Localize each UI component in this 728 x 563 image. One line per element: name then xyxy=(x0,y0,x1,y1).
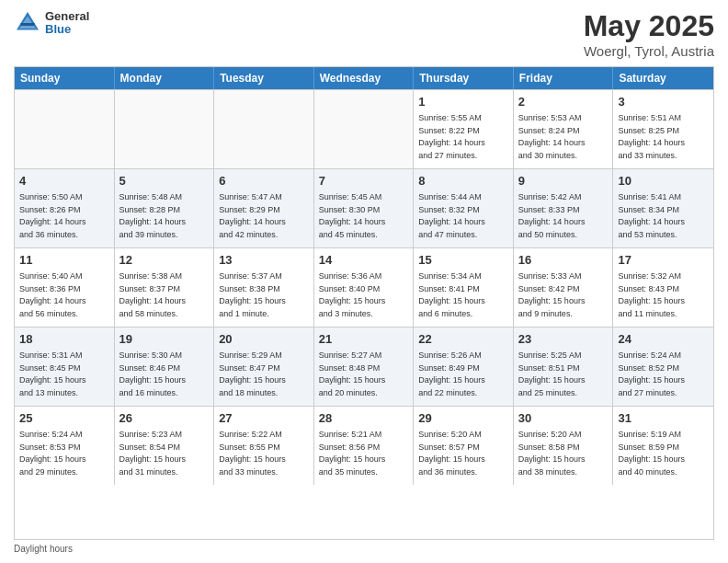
day-cell-23: 23Sunrise: 5:25 AM Sunset: 8:51 PM Dayli… xyxy=(514,327,614,406)
day-number: 4 xyxy=(19,173,109,190)
day-header-monday: Monday xyxy=(115,67,215,89)
day-number: 8 xyxy=(418,173,508,190)
day-number: 28 xyxy=(319,410,409,427)
day-cell-30: 30Sunrise: 5:20 AM Sunset: 8:58 PM Dayli… xyxy=(514,407,614,485)
week-row-2: 4Sunrise: 5:50 AM Sunset: 8:26 PM Daylig… xyxy=(15,168,713,247)
day-cell-6: 6Sunrise: 5:47 AM Sunset: 8:29 PM Daylig… xyxy=(214,169,314,247)
day-cell-7: 7Sunrise: 5:45 AM Sunset: 8:30 PM Daylig… xyxy=(314,169,415,247)
title-block: May 2025 Woergl, Tyrol, Austria xyxy=(584,9,714,59)
day-info: Sunrise: 5:29 AM Sunset: 8:47 PM Dayligh… xyxy=(219,350,309,399)
logo-blue-text: Blue xyxy=(45,23,89,36)
day-cell-12: 12Sunrise: 5:38 AM Sunset: 8:37 PM Dayli… xyxy=(115,248,215,327)
day-number: 11 xyxy=(19,252,109,269)
logo: General Blue xyxy=(14,9,89,37)
calendar: SundayMondayTuesdayWednesdayThursdayFrid… xyxy=(14,66,714,540)
day-number: 3 xyxy=(618,94,709,110)
day-cell-1: 1Sunrise: 5:55 AM Sunset: 8:22 PM Daylig… xyxy=(414,90,514,168)
day-cell-15: 15Sunrise: 5:34 AM Sunset: 8:41 PM Dayli… xyxy=(414,248,514,327)
day-header-friday: Friday xyxy=(514,67,614,89)
day-header-tuesday: Tuesday xyxy=(214,67,314,89)
day-cell-11: 11Sunrise: 5:40 AM Sunset: 8:36 PM Dayli… xyxy=(15,248,115,327)
day-number: 19 xyxy=(119,331,210,348)
day-cell-28: 28Sunrise: 5:21 AM Sunset: 8:56 PM Dayli… xyxy=(314,407,415,485)
week-row-5: 25Sunrise: 5:24 AM Sunset: 8:53 PM Dayli… xyxy=(15,406,713,485)
day-cell-13: 13Sunrise: 5:37 AM Sunset: 8:38 PM Dayli… xyxy=(214,248,314,327)
day-info: Sunrise: 5:33 AM Sunset: 8:42 PM Dayligh… xyxy=(518,270,609,320)
day-header-sunday: Sunday xyxy=(15,67,115,89)
day-number: 23 xyxy=(518,331,609,348)
day-cell-19: 19Sunrise: 5:30 AM Sunset: 8:46 PM Dayli… xyxy=(115,327,215,406)
day-info: Sunrise: 5:20 AM Sunset: 8:58 PM Dayligh… xyxy=(518,429,609,478)
day-header-saturday: Saturday xyxy=(613,67,713,89)
day-info: Sunrise: 5:55 AM Sunset: 8:22 PM Dayligh… xyxy=(418,112,508,162)
day-number: 25 xyxy=(19,410,109,427)
day-info: Sunrise: 5:19 AM Sunset: 8:59 PM Dayligh… xyxy=(618,429,709,478)
page: General Blue May 2025 Woergl, Tyrol, Aus… xyxy=(0,0,728,563)
empty-cell xyxy=(15,90,115,168)
day-cell-2: 2Sunrise: 5:53 AM Sunset: 8:24 PM Daylig… xyxy=(514,90,614,168)
day-info: Sunrise: 5:44 AM Sunset: 8:32 PM Dayligh… xyxy=(418,191,508,241)
day-number: 27 xyxy=(219,410,309,427)
day-cell-31: 31Sunrise: 5:19 AM Sunset: 8:59 PM Dayli… xyxy=(613,407,713,485)
day-info: Sunrise: 5:41 AM Sunset: 8:34 PM Dayligh… xyxy=(618,191,709,241)
day-info: Sunrise: 5:34 AM Sunset: 8:41 PM Dayligh… xyxy=(418,270,508,320)
day-cell-10: 10Sunrise: 5:41 AM Sunset: 8:34 PM Dayli… xyxy=(613,169,713,247)
day-info: Sunrise: 5:20 AM Sunset: 8:57 PM Dayligh… xyxy=(418,429,508,478)
day-number: 9 xyxy=(518,173,609,190)
day-info: Sunrise: 5:53 AM Sunset: 8:24 PM Dayligh… xyxy=(518,112,609,162)
day-info: Sunrise: 5:45 AM Sunset: 8:30 PM Dayligh… xyxy=(319,191,409,241)
day-number: 1 xyxy=(418,94,508,110)
day-cell-14: 14Sunrise: 5:36 AM Sunset: 8:40 PM Dayli… xyxy=(314,248,415,327)
day-cell-25: 25Sunrise: 5:24 AM Sunset: 8:53 PM Dayli… xyxy=(15,407,115,485)
calendar-title: May 2025 xyxy=(584,9,714,43)
svg-rect-2 xyxy=(21,23,35,26)
day-number: 24 xyxy=(618,331,709,348)
day-number: 17 xyxy=(618,252,709,269)
day-number: 6 xyxy=(219,173,309,190)
day-cell-16: 16Sunrise: 5:33 AM Sunset: 8:42 PM Dayli… xyxy=(514,248,614,327)
day-cell-21: 21Sunrise: 5:27 AM Sunset: 8:48 PM Dayli… xyxy=(314,327,415,406)
day-info: Sunrise: 5:24 AM Sunset: 8:52 PM Dayligh… xyxy=(618,350,709,399)
logo-icon xyxy=(14,9,41,37)
day-number: 13 xyxy=(219,252,309,269)
day-cell-27: 27Sunrise: 5:22 AM Sunset: 8:55 PM Dayli… xyxy=(214,407,314,485)
week-row-1: 1Sunrise: 5:55 AM Sunset: 8:22 PM Daylig… xyxy=(15,89,713,168)
day-cell-20: 20Sunrise: 5:29 AM Sunset: 8:47 PM Dayli… xyxy=(214,327,314,406)
day-number: 5 xyxy=(119,173,210,190)
day-info: Sunrise: 5:27 AM Sunset: 8:48 PM Dayligh… xyxy=(319,350,409,399)
day-info: Sunrise: 5:22 AM Sunset: 8:55 PM Dayligh… xyxy=(219,429,309,478)
day-info: Sunrise: 5:40 AM Sunset: 8:36 PM Dayligh… xyxy=(19,270,109,320)
day-info: Sunrise: 5:26 AM Sunset: 8:49 PM Dayligh… xyxy=(418,350,508,399)
day-cell-3: 3Sunrise: 5:51 AM Sunset: 8:25 PM Daylig… xyxy=(613,90,713,168)
logo-text: General Blue xyxy=(45,10,89,37)
day-info: Sunrise: 5:21 AM Sunset: 8:56 PM Dayligh… xyxy=(319,429,409,478)
day-cell-4: 4Sunrise: 5:50 AM Sunset: 8:26 PM Daylig… xyxy=(15,169,115,247)
day-info: Sunrise: 5:42 AM Sunset: 8:33 PM Dayligh… xyxy=(518,191,609,241)
day-number: 14 xyxy=(319,252,409,269)
day-number: 7 xyxy=(319,173,409,190)
day-info: Sunrise: 5:38 AM Sunset: 8:37 PM Dayligh… xyxy=(119,270,210,320)
day-info: Sunrise: 5:47 AM Sunset: 8:29 PM Dayligh… xyxy=(219,191,309,241)
day-number: 18 xyxy=(19,331,109,348)
day-info: Sunrise: 5:37 AM Sunset: 8:38 PM Dayligh… xyxy=(219,270,309,320)
day-header-thursday: Thursday xyxy=(414,67,514,89)
calendar-location: Woergl, Tyrol, Austria xyxy=(584,43,714,59)
day-info: Sunrise: 5:25 AM Sunset: 8:51 PM Dayligh… xyxy=(518,350,609,399)
day-number: 2 xyxy=(518,94,609,110)
day-number: 30 xyxy=(518,410,609,427)
day-info: Sunrise: 5:36 AM Sunset: 8:40 PM Dayligh… xyxy=(319,270,409,320)
day-info: Sunrise: 5:51 AM Sunset: 8:25 PM Dayligh… xyxy=(618,112,709,162)
day-cell-9: 9Sunrise: 5:42 AM Sunset: 8:33 PM Daylig… xyxy=(514,169,614,247)
empty-cell xyxy=(115,90,215,168)
day-info: Sunrise: 5:31 AM Sunset: 8:45 PM Dayligh… xyxy=(19,350,109,399)
day-cell-24: 24Sunrise: 5:24 AM Sunset: 8:52 PM Dayli… xyxy=(613,327,713,406)
week-row-3: 11Sunrise: 5:40 AM Sunset: 8:36 PM Dayli… xyxy=(15,247,713,327)
footer-note: Daylight hours xyxy=(14,544,714,554)
logo-general-text: General xyxy=(45,10,89,23)
empty-cell xyxy=(214,90,314,168)
day-number: 16 xyxy=(518,252,609,269)
calendar-header: SundayMondayTuesdayWednesdayThursdayFrid… xyxy=(15,67,713,89)
day-cell-18: 18Sunrise: 5:31 AM Sunset: 8:45 PM Dayli… xyxy=(15,327,115,406)
day-number: 31 xyxy=(618,410,709,427)
day-number: 29 xyxy=(418,410,508,427)
